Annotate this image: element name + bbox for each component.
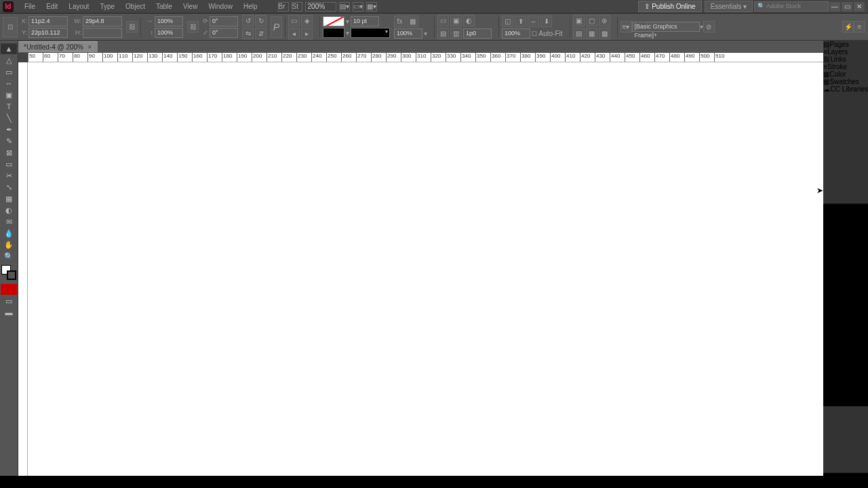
arrange-icon[interactable]: ▦▾ [366,2,377,12]
clear-transform-icon[interactable]: P [271,16,282,38]
canvas[interactable] [28,62,823,476]
line-tool[interactable]: ╲ [1,113,17,123]
fit-pct-field[interactable]: 100% [502,28,530,39]
panel-layers[interactable]: ≡Layers [823,48,868,56]
zoom-field[interactable]: 200% [305,2,336,12]
type-tool[interactable]: T [1,101,17,112]
close-tab-icon[interactable]: ✕ [87,44,92,50]
x-field[interactable]: 11p2.4 [28,16,68,26]
view-mode-normal[interactable]: ▭ [1,296,17,306]
panel-color[interactable]: ▦Color [823,70,868,78]
menu-window[interactable]: Window [203,1,238,12]
select-prev-icon[interactable]: ◂ [288,28,300,39]
constrain-icon[interactable]: ⛓ [126,21,138,33]
stroke-type-field[interactable] [351,28,390,38]
menu-type[interactable]: Type [94,1,120,12]
wrap-bbox-icon[interactable]: ▣ [450,15,462,26]
scale-x-field[interactable]: 100% [155,16,183,26]
menu-edit[interactable]: Edit [41,1,63,12]
horizontal-ruler[interactable]: 5060708090100110120130140150160170180190… [28,53,823,62]
stock-icon[interactable]: St [292,2,302,12]
scale-y-field[interactable]: 100% [155,28,183,38]
center-content-icon[interactable]: ⊕ [599,15,610,26]
gap-field[interactable]: 1p0 [463,28,492,39]
pen-tool[interactable]: ✒ [1,124,17,135]
view-mode-preview[interactable]: ▬ [1,307,17,318]
fx-icon[interactable]: fx [394,16,406,27]
flip-v-icon[interactable]: ⇵ [255,28,267,39]
menu-view[interactable]: View [178,1,203,12]
panel-links[interactable]: ⛓Links [823,56,868,63]
fit-frame-icon[interactable]: ▢ [586,15,597,26]
drop-shadow-icon[interactable]: ▩ [407,16,418,27]
stroke-swatch[interactable] [323,28,344,38]
select-content-icon[interactable]: ◈ [301,15,313,26]
align-top-icon[interactable]: ⬆ [515,16,526,27]
rotate-ccw-icon[interactable]: ↺ [242,15,254,26]
adobe-stock-search[interactable]: 🔍 Adobe Stock [754,1,829,12]
fit-content-icon[interactable]: ▣ [573,15,585,26]
w-field[interactable]: 29p4.8 [83,16,122,26]
gradient-swatch-tool[interactable]: ▦ [1,193,17,204]
rectangle-frame-tool[interactable]: ⊠ [1,147,17,158]
fill-stroke-proxy[interactable] [1,265,16,280]
eyedropper-tool[interactable]: 💧 [1,228,17,239]
content-collector-tool[interactable]: ▣ [1,89,17,100]
constrain-scale-icon[interactable]: ⛓ [187,21,199,33]
align-panel-icon[interactable]: ≡▾ [620,21,632,33]
publish-online-button[interactable]: ⇪ Publish Online [638,1,701,12]
clear-override-icon[interactable]: ⊘ [703,21,715,33]
autofit-checkbox[interactable]: ☐ Auto-Fit [532,30,563,37]
menu-file[interactable]: File [19,1,41,12]
align-bottom-icon[interactable]: ⬇ [540,16,552,27]
fill-prop-icon[interactable]: ▦ [586,28,597,39]
stroke-weight-field[interactable]: 10 pt [351,16,379,26]
page-tool[interactable]: ▭ [1,66,17,77]
scissors-tool[interactable]: ✂ [1,170,17,181]
shear-field[interactable]: 0° [210,28,238,38]
fit-prop-icon[interactable]: ▤ [573,28,585,39]
rectangle-tool[interactable]: ▭ [1,159,17,169]
vertical-ruler[interactable] [18,62,28,476]
rotate-cw-icon[interactable]: ↻ [255,15,267,26]
doc-tab[interactable]: *Untitled-4 @ 200%✕ [18,41,98,52]
rotate-field[interactable]: 0° [210,16,238,26]
workspace-switcher[interactable]: Essentials ▾ [705,1,753,12]
bridge-icon[interactable]: Br [278,2,289,12]
control-menu-icon[interactable]: ≡ [854,21,865,33]
zoom-tool[interactable]: 🔍 [1,251,17,262]
ref-point-icon[interactable]: ⊡ [3,17,18,37]
h-field[interactable] [83,28,122,38]
wrap-shape-icon[interactable]: ◐ [463,15,475,26]
panel-cc-libraries[interactable]: ☁CC Libraries [823,85,868,93]
menu-help[interactable]: Help [238,1,263,12]
screen-mode-icon[interactable]: ▭▾ [353,2,363,12]
gradient-feather-tool[interactable]: ◐ [1,205,17,216]
menu-object[interactable]: Object [120,1,151,12]
panel-stroke[interactable]: ≡Stroke [823,63,868,70]
pencil-tool[interactable]: ✎ [1,136,17,146]
opacity-field[interactable]: 100% [394,28,422,39]
wrap-jump-icon[interactable]: ▤ [437,28,449,39]
gpu-icon[interactable]: ⚡ [842,21,854,33]
fill-swatch[interactable] [323,16,344,26]
maximize-icon[interactable]: ▭ [842,2,852,12]
apply-color[interactable] [1,284,17,295]
corner-options-icon[interactable]: ◱ [502,16,513,27]
selection-tool[interactable]: ▲ [1,43,17,54]
menu-table[interactable]: Table [151,1,178,12]
select-container-icon[interactable]: ▭ [288,15,300,26]
wrap-column-icon[interactable]: ▥ [450,28,462,39]
view-options-icon[interactable]: ▤▾ [339,2,350,12]
select-next-icon[interactable]: ▸ [301,28,313,39]
gap-tool[interactable]: ↔ [1,78,17,89]
direct-selection-tool[interactable]: △ [1,55,17,66]
panel-swatches[interactable]: ▦Swatches [823,78,868,85]
free-transform-tool[interactable]: ⤡ [1,182,17,192]
frame-fit-options-icon[interactable]: ▩ [599,28,610,39]
note-tool[interactable]: ✉ [1,216,17,227]
align-h-icon[interactable]: ↔ [528,16,539,27]
wrap-none-icon[interactable]: ▭ [437,15,449,26]
y-field[interactable]: 22p10.112 [28,28,68,38]
panel-pages[interactable]: ▤Pages [823,41,868,48]
